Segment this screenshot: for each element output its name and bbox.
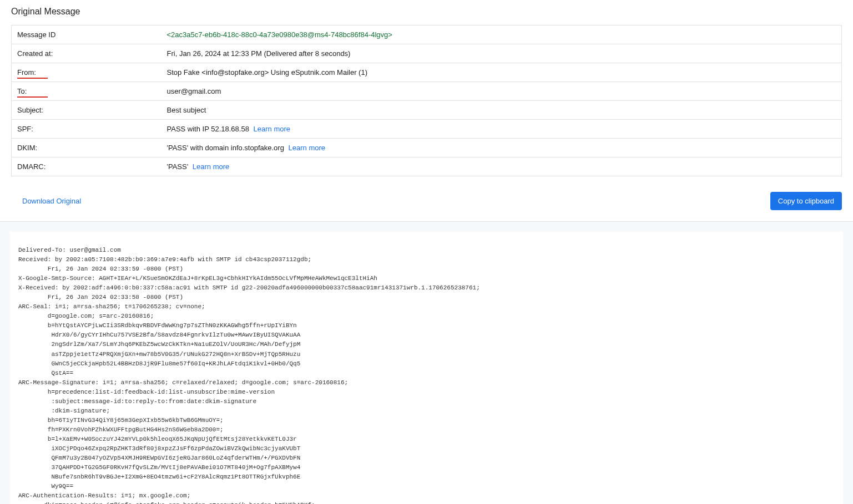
annotation-underline <box>17 96 48 98</box>
subject-label: Subject: <box>12 101 161 120</box>
spf-learn-more-link[interactable]: Learn more <box>254 125 290 133</box>
created-at-value: Fri, Jan 26, 2024 at 12:33 PM (Delivered… <box>161 44 842 63</box>
annotation-underline <box>17 78 48 79</box>
message-id-label: Message ID <box>12 26 161 44</box>
dmarc-value: 'PASS' Learn more <box>161 157 842 176</box>
to-value: user@gmail.com <box>161 82 842 101</box>
raw-headers-content: Delivered-To: user@gmail.com Received: b… <box>10 232 843 504</box>
message-info-table: Message ID <2ac3a5c7-eb6b-418c-88c0-4a73… <box>11 25 842 176</box>
subject-value: Best subject <box>161 101 842 120</box>
to-label: To: <box>12 82 161 101</box>
dmarc-learn-more-link[interactable]: Learn more <box>193 162 229 171</box>
dkim-label: DKIM: <box>12 139 161 157</box>
spf-value: PASS with IP 52.18.68.58 Learn more <box>161 120 842 139</box>
copy-to-clipboard-button[interactable]: Copy to clipboard <box>770 192 842 210</box>
raw-headers-section: Delivered-To: user@gmail.com Received: b… <box>0 221 853 504</box>
from-value: Stop Fake <info@stopfake.org> Using eSpu… <box>161 63 842 82</box>
message-id-value: <2ac3a5c7-eb6b-418c-88c0-4a73e0980e38@ms… <box>161 26 842 44</box>
from-label: From: <box>12 63 161 82</box>
spf-label: SPF: <box>12 120 161 139</box>
dkim-value: 'PASS' with domain info.stopfake.org Lea… <box>161 139 842 157</box>
dmarc-label: DMARC: <box>12 157 161 176</box>
dkim-learn-more-link[interactable]: Learn more <box>289 144 325 152</box>
page-title: Original Message <box>11 6 842 17</box>
download-original-link[interactable]: Download Original <box>11 197 81 205</box>
created-at-label: Created at: <box>12 44 161 63</box>
